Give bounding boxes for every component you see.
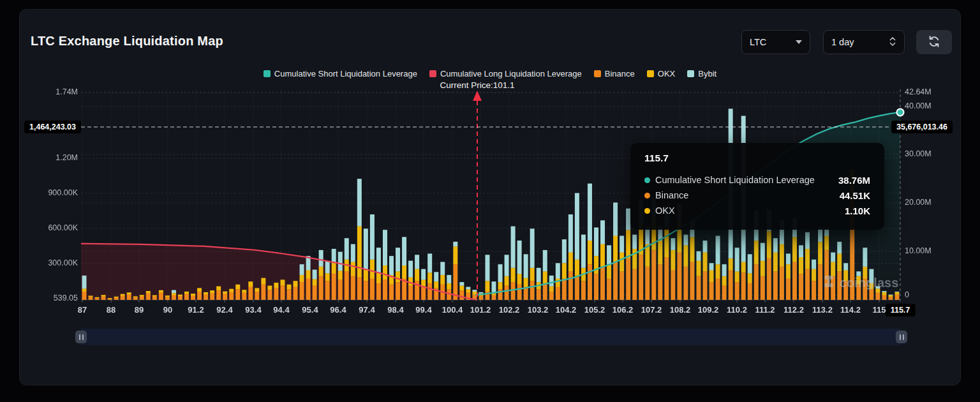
- interval-select[interactable]: 1 day: [823, 30, 905, 54]
- chart-tooltip: 115.7 Cumulative Short Liquidation Lever…: [630, 143, 884, 230]
- x-axis-tick: 97.4: [359, 305, 375, 315]
- x-axis-tick: 99.4: [415, 305, 431, 315]
- tooltip-row-label: Cumulative Short Liquidation Leverage: [655, 175, 833, 185]
- symbol-select[interactable]: LTC: [741, 30, 810, 54]
- grip-icon: [903, 334, 904, 340]
- x-axis-tick: 94.4: [273, 305, 289, 315]
- range-navigator[interactable]: [81, 329, 902, 345]
- x-axis-tick: 107.2: [641, 305, 662, 315]
- left-axis-tick: 539.05: [22, 294, 78, 302]
- tooltip-row-value: 1.10K: [845, 205, 870, 216]
- left-axis-tick: 900.00K: [22, 188, 78, 197]
- left-axis-tick: 300.00K: [22, 258, 78, 267]
- x-axis-tick: 98.4: [387, 305, 403, 315]
- refresh-button[interactable]: [916, 30, 952, 54]
- tooltip-price: 115.7: [644, 153, 870, 164]
- x-axis-tick: 103.2: [528, 305, 549, 315]
- symbol-select-value: LTC: [750, 37, 766, 47]
- x-axis-tick: 100.4: [442, 305, 463, 315]
- right-axis-tick: 40.00M: [905, 101, 932, 110]
- right-axis-tick: 30.00M: [905, 149, 932, 158]
- refresh-icon: [928, 35, 940, 50]
- tooltip-row-value: 38.76M: [838, 175, 870, 186]
- right-axis-tick: 20.00M: [905, 198, 932, 207]
- x-axis-tick: 96.4: [330, 305, 346, 315]
- x-axis-tick: 104.2: [556, 305, 577, 315]
- tooltip-row-label: OKX: [655, 205, 840, 216]
- x-axis-tick: 110.2: [727, 305, 747, 315]
- x-axis-tick: 88: [107, 305, 115, 315]
- x-axis-tick: 112.2: [783, 305, 804, 315]
- grip-icon: [900, 334, 901, 340]
- page: LTC Exchange Liquidation Map LTC 1 day C…: [0, 0, 980, 402]
- x-axis-tick: 105.2: [584, 305, 605, 315]
- x-axis-tick: 113.2: [812, 305, 833, 315]
- x-axis-tick: 87: [78, 305, 87, 315]
- range-handle-left[interactable]: [75, 331, 87, 343]
- right-axis-crosshair-pill: 35,676,013.46: [891, 121, 953, 133]
- right-axis-tick: 10.00M: [905, 246, 932, 255]
- x-axis-tick: 111.2: [755, 305, 775, 315]
- left-axis-tick: 1.74M: [22, 87, 78, 96]
- x-axis-tick: 89: [135, 305, 144, 315]
- left-axis-crosshair-pill: 1,464,243.03: [24, 121, 81, 133]
- grip-icon: [79, 334, 80, 340]
- x-axis-tick: 92.4: [216, 305, 232, 315]
- x-axis-tick: 114.2: [840, 305, 861, 315]
- range-handle-right[interactable]: [896, 331, 907, 343]
- x-axis-tick: 108.2: [670, 305, 691, 315]
- tooltip-row-short: Cumulative Short Liquidation Leverage 38…: [644, 172, 870, 188]
- tooltip-row-label: Binance: [655, 190, 835, 200]
- x-axis-tick: 95.4: [302, 305, 318, 315]
- x-axis-tick: 93.4: [245, 305, 261, 315]
- x-axis-tick: 115: [873, 305, 886, 315]
- x-axis-tick: 101.2: [470, 305, 491, 315]
- x-axis-tick: 91.2: [188, 305, 204, 315]
- right-axis-tick: 42.64M: [905, 87, 932, 96]
- x-axis-tick: 106.2: [612, 305, 634, 315]
- tooltip-row-binance: Binance 44.51K: [644, 188, 870, 203]
- x-axis-crosshair-pill: 115.7: [886, 304, 916, 316]
- teal-dot-icon: [644, 177, 650, 183]
- left-axis-tick: 600.00K: [22, 223, 78, 232]
- tooltip-row-okx: OKX 1.10K: [644, 203, 870, 218]
- chevron-down-icon: [796, 40, 802, 44]
- yellow-dot-icon: [644, 208, 650, 214]
- page-title: LTC Exchange Liquidation Map: [31, 34, 223, 48]
- x-axis-tick: 102.2: [499, 305, 520, 315]
- interval-select-value: 1 day: [831, 37, 854, 47]
- x-axis-tick: 90: [163, 305, 172, 315]
- right-axis-tick: 0: [905, 290, 909, 299]
- orange-dot-icon: [644, 193, 650, 198]
- tooltip-row-value: 44.51K: [840, 190, 870, 201]
- stepper-icon: [889, 36, 896, 49]
- x-axis-tick: 109.2: [698, 305, 719, 315]
- grip-icon: [82, 334, 84, 340]
- left-axis-tick: 1.20M: [22, 153, 78, 162]
